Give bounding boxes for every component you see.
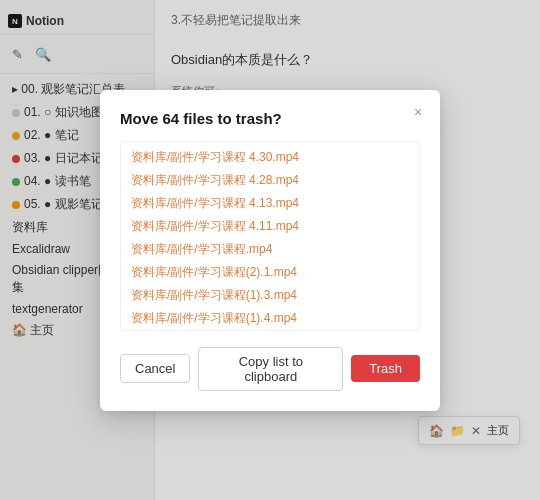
modal-close-button[interactable]: ×: [408, 102, 428, 122]
file-item[interactable]: 资料库/副件/学习课程 4.28.mp4: [121, 169, 419, 192]
file-item[interactable]: 资料库/副件/学习课程(1).4.mp4: [121, 307, 419, 330]
copy-list-button[interactable]: Copy list to clipboard: [198, 347, 343, 391]
trash-button[interactable]: Trash: [351, 355, 420, 382]
trash-modal: × Move 64 files to trash? 资料库/副件/学习课程 4.…: [100, 90, 440, 411]
modal-title: Move 64 files to trash?: [120, 110, 420, 127]
file-list[interactable]: 资料库/副件/学习课程 4.30.mp4资料库/副件/学习课程 4.28.mp4…: [120, 141, 420, 331]
file-item[interactable]: 资料库/副件/学习课程 4.11.mp4: [121, 215, 419, 238]
file-item[interactable]: 资料库/副件/学习课程(1).3.mp4: [121, 284, 419, 307]
file-item[interactable]: 资料库/副件/学习课程.mp4: [121, 238, 419, 261]
file-item[interactable]: 资料库/副件/学习课程 4.30.mp4: [121, 146, 419, 169]
file-item[interactable]: 资料库/副件/学习课程 4.13.mp4: [121, 192, 419, 215]
cancel-button[interactable]: Cancel: [120, 354, 190, 383]
modal-overlay: × Move 64 files to trash? 资料库/副件/学习课程 4.…: [0, 0, 540, 500]
modal-footer: Cancel Copy list to clipboard Trash: [120, 347, 420, 391]
file-item[interactable]: 资料库/副件/学习课程(2).1.mp4: [121, 261, 419, 284]
